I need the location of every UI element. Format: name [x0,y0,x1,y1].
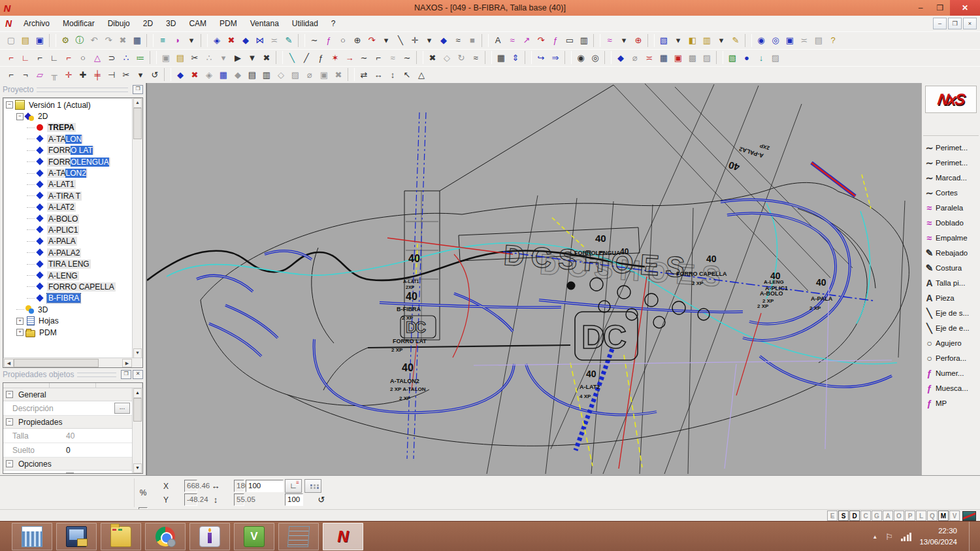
print-icon[interactable]: ▤ [811,33,826,47]
collapse-icon[interactable]: − [6,418,13,426]
tree-item-trepa[interactable]: TREPA [3,122,132,133]
status-letter-m[interactable]: M [938,510,949,521]
insert-piece-icon[interactable]: ◈ [210,33,224,47]
tool-empalme[interactable]: ≈Empalme [923,230,979,245]
scroll-thumb[interactable] [133,108,142,139]
tree-item-b-fibra[interactable]: B-FIBRA [3,293,132,304]
fold-dropdown-icon[interactable]: ▾ [714,33,728,47]
tool-talla-pi[interactable]: ATalla pi... [923,275,979,290]
measure-width-icon[interactable]: ↔ [371,68,385,82]
collapse-icon[interactable]: − [6,391,13,398]
status-letter-a[interactable]: A [883,510,893,521]
tree-item-a-tira-t[interactable]: A-TIRA T [3,190,132,201]
new-file-icon[interactable]: ▢ [4,33,18,47]
tool-paralela[interactable]: ≈Paralela [923,200,979,215]
draw-pen-icon[interactable]: ✎ [282,33,296,47]
save-file-icon[interactable]: ▣ [33,33,47,47]
step-line-icon[interactable]: ⌐ [371,51,385,65]
double-line-icon[interactable]: ╪ [90,68,105,82]
menu-modificar[interactable]: Modificar [56,16,101,31]
triangle-icon[interactable]: △ [90,51,105,65]
menu-utilidad[interactable]: Utilidad [286,16,325,31]
redo-icon[interactable]: ↷ [101,33,116,47]
project-icon[interactable]: → [342,51,357,65]
project-dock-button[interactable]: ❒ [133,85,143,94]
taskbar-naxos[interactable]: N [323,523,363,550]
zoom-page-icon[interactable]: ▣ [783,33,797,47]
delete-gray-icon[interactable]: ✖ [331,68,346,82]
spline-icon[interactable]: ƒ [321,33,336,47]
settings-icon[interactable]: ⚙ [58,33,73,47]
layers-icon[interactable]: ≡ [155,33,170,47]
tee-icon[interactable]: ╥ [47,68,61,82]
fold-icon[interactable]: ◧ [685,33,700,47]
send-curve-2-icon[interactable]: ⇒ [548,51,563,65]
mdi-close-button[interactable]: × [963,18,977,29]
check-box-icon[interactable]: ▣ [671,51,685,65]
pin-piece-icon[interactable]: ◆ [231,68,245,82]
arc-icon[interactable]: ↷ [365,33,379,47]
action-center-flag-icon[interactable]: ⚐ [885,532,893,542]
fillet-3-icon[interactable]: ⌐ [33,51,47,65]
diagonal-2-icon[interactable]: ╱ [299,51,314,65]
menu-dibujo[interactable]: Dibujo [101,16,137,31]
ellipse-icon[interactable]: ○ [76,51,90,65]
dimension-icon[interactable]: ≍ [267,33,282,47]
tool-mp[interactable]: ƒMP [923,395,979,410]
status-letter-q[interactable]: Q [927,510,938,521]
tool-numer[interactable]: ƒNumer... [923,365,979,380]
scroll-up-icon[interactable]: ▲ [133,388,142,398]
soft-curve-icon[interactable]: ∼ [357,51,371,65]
duplicate-icon[interactable]: ▦ [494,51,508,65]
tree-item-hojas[interactable]: +Hojas [3,315,132,326]
delete-piece-icon[interactable]: ✖ [224,33,238,47]
calculator-icon[interactable]: ▦ [216,68,231,82]
menu-archivo[interactable]: Archivo [17,16,56,31]
ghost-piece-icon[interactable]: ◈ [202,68,216,82]
axis-point-icon[interactable]: ⊕ [631,33,645,47]
smooth-icon[interactable]: ≈ [602,33,617,47]
intersect-icon[interactable]: ✖ [425,51,440,65]
corner-2-icon[interactable]: ¬ [18,68,33,82]
measure-triangle-icon[interactable]: △ [414,68,429,82]
width-field[interactable]: 186.96 [234,480,244,492]
status-letter-s[interactable]: S [838,510,849,521]
line-icon[interactable]: ╲ [393,33,408,47]
tool-doblado[interactable]: ≈Doblado [923,215,979,230]
tree-item-a-lat2[interactable]: A-LAT2 [3,202,132,213]
diameter-icon[interactable]: ⌀ [302,68,317,82]
smooth-edit-icon[interactable]: ≈ [468,51,483,65]
tree-item-a-talon[interactable]: A-TALON [3,133,132,144]
taskbar-computer[interactable] [56,523,97,550]
trim-icon[interactable]: ✂ [119,68,133,82]
measure-xy-icon[interactable]: ⇄ [357,68,371,82]
taskbar-candle-app[interactable] [189,523,230,550]
tree-item-forro-capella[interactable]: FORRO CAPELLA [3,281,132,292]
status-letter-e[interactable]: E [827,510,838,521]
image-dropdown-icon[interactable]: ▾ [671,33,685,47]
apply-piece-icon[interactable]: ◆ [173,68,188,82]
scroll-down-icon[interactable]: ▼ [133,348,142,358]
material-icon[interactable]: ▩ [685,51,700,65]
tool-perfora[interactable]: ○Perfora... [923,350,979,365]
properties-close-button[interactable]: ✕ [133,370,143,379]
open-file-icon[interactable]: ▤ [18,33,33,47]
magnify-out-icon[interactable]: ◎ [588,51,602,65]
image-icon[interactable]: ▧ [657,33,671,47]
tree-item-a-leng[interactable]: A-LENG [3,270,132,281]
height-field[interactable]: 55.05 [234,493,244,506]
menu-[interactable]: ? [325,16,342,31]
tree-item-a-pala2[interactable]: A-PALA2 [3,247,132,258]
tree-horizontal-scrollbar[interactable]: ◀ ▶ [3,358,142,367]
taskbar-calculator[interactable] [12,523,52,550]
hand-icon[interactable]: ▨ [768,51,783,65]
panel-icon[interactable]: ▥ [577,33,591,47]
move-icon[interactable]: ✚ [76,68,90,82]
clock[interactable]: 22:30 13/06/2024 [919,526,957,547]
circle-icon[interactable]: ○ [336,33,350,47]
mirror-piece-icon[interactable]: ⋈ [253,33,267,47]
link-icon[interactable]: ◇ [274,68,288,82]
properties-icon[interactable]: ▦ [130,33,144,47]
tree-item-a-pala[interactable]: A-PALA [3,236,132,247]
scroll-up-icon[interactable]: ▲ [133,98,142,108]
